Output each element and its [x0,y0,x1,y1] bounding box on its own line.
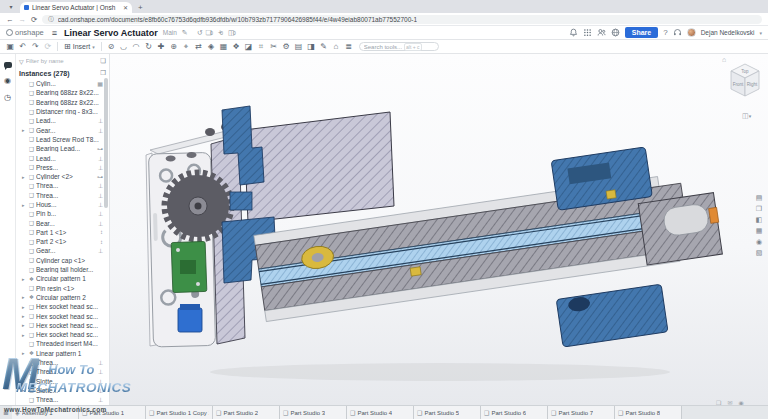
element-tab[interactable]: ❑ Part Studio 2 [213,406,280,419]
history-panel-icon[interactable]: ◷ [4,94,11,102]
mate-icon[interactable]: ⊘ [105,41,118,53]
appearance-icon[interactable]: ◨ [305,41,318,53]
fastened-mate-icon[interactable]: ✚ [155,41,168,53]
expand-caret-icon[interactable]: ▸ [22,294,27,300]
end-clamp-bottom[interactable] [556,284,668,347]
tab-close-icon[interactable]: ✕ [123,4,128,11]
filter-by-name-input[interactable]: Filter by name [26,58,99,64]
tree-item[interactable]: ▸ ❑ Hex socket head sc... [16,330,109,339]
tree-item[interactable]: ❑ Bearing tail holder... [16,265,109,274]
user-avatar[interactable] [687,28,696,37]
group-icon[interactable]: ◈ [205,41,218,53]
element-tab[interactable]: ❑ Part Studio 6 [481,406,548,419]
bom-table-icon[interactable]: ▤ [292,41,305,53]
pcb-board[interactable] [171,241,207,292]
expand-caret-icon[interactable]: ▸ [22,313,27,319]
tree-item[interactable]: ❑ Press... ⊥ [16,163,109,172]
slider-mate-icon[interactable]: ⇄ [192,41,205,53]
tables-panel-icon[interactable]: ▦ [756,227,763,234]
workspace-name[interactable]: Main [163,29,177,36]
element-tab[interactable]: ❑ Part Studio 7 [548,406,615,419]
tree-item[interactable]: ❑ Distancer ring - 8x3... [16,107,109,116]
connector-block[interactable] [178,308,202,332]
linear-pattern-icon[interactable]: ▦ [217,41,230,53]
versions-icon[interactable]: ❏ 0 [206,29,213,37]
element-tab[interactable]: ❑ Part Studio 4 [347,406,414,419]
tree-item[interactable]: ❑ Bearing Lead... ⊶ [16,144,109,153]
nut-yellow[interactable] [410,267,421,276]
update-icon[interactable]: ⟳ [42,41,55,53]
rename-icon[interactable]: ✎ [182,29,188,37]
element-tab[interactable]: ❑ Part Studio 3 [280,406,347,419]
tree-item[interactable]: ▸ ❑ Hex socket head sc... [16,302,109,311]
spacer-block-section[interactable] [230,192,252,210]
filter-icon[interactable]: ▽ [19,58,24,65]
instances-header[interactable]: Instances (278) ❐ [16,67,109,79]
view-options-button[interactable]: ◫▾ [742,112,751,120]
named-views-panel-icon[interactable]: ❐ [756,205,762,212]
expand-caret-icon[interactable]: ▸ [22,202,27,208]
properties-panel-icon[interactable]: ▧ [756,249,763,256]
tree-item[interactable]: ❑ Part 2 <1> ↕ [16,237,109,246]
undo-icon[interactable]: ↶ [17,41,30,53]
new-tab-button[interactable]: + [138,3,143,12]
planar-mate-icon[interactable]: ◠ [130,41,143,53]
mirror-icon[interactable]: ◪ [242,41,255,53]
view-cube[interactable]: Top Front Right [726,60,764,100]
tree-scrollbar[interactable] [104,78,108,208]
expand-caret-icon[interactable]: ▸ [22,127,27,133]
tree-item[interactable]: ❑ Gear... ⊥ [16,246,109,255]
back-icon[interactable]: ← [6,15,14,24]
record-panel-icon[interactable]: ◉ [756,238,762,245]
onshape-logo[interactable]: onshape [6,28,44,37]
circular-pattern-icon[interactable]: ❖ [230,41,243,53]
tree-item[interactable]: ❑ Lead... ⊥ [16,116,109,125]
tree-item[interactable]: ▸ ❑ Cylinder <2> ⊶ [16,172,109,181]
follow-mode-icon[interactable]: ◉ [4,77,11,85]
support-headset-icon[interactable] [673,28,682,37]
mate-connector-icon[interactable]: ⌖ [180,41,193,53]
tree-item[interactable]: ▸ ❖ Circular pattern 2 [16,293,109,302]
app-grid-icon[interactable] [583,28,592,37]
expand-caret-icon[interactable]: ▸ [22,276,27,282]
tree-item[interactable]: ❑ Bear... ⊥ [16,218,109,227]
appearance-panel-icon[interactable]: ◧ [756,216,763,223]
url-field[interactable]: ⓘ cad.onshape.com/documents/e8fb60c76753… [42,15,762,24]
select-icon[interactable]: ▣ [4,41,17,53]
tree-item[interactable]: ❑ Bearing 688zz 8x22... [16,98,109,107]
expand-caret-icon[interactable]: ▸ [22,304,27,310]
tree-item[interactable]: ❑ Lead... ⊥ [16,153,109,162]
ball-mate-icon[interactable]: ⊕ [167,41,180,53]
collapse-panel-icon[interactable]: ❏ [100,57,106,65]
expand-caret-icon[interactable]: ▸ [22,322,27,328]
browser-tab[interactable]: Linear Servo Actuator | Onsh ✕ [20,2,132,13]
tree-item[interactable]: ❑ Lead Screw Rod T8... [16,135,109,144]
configuration-icon[interactable]: ⚙ [280,41,293,53]
comments-icon[interactable] [4,62,12,68]
shaft-cap[interactable] [205,128,215,136]
help-icon[interactable]: ? [663,28,667,37]
user-menu-caret-icon[interactable]: ▾ [759,30,762,36]
redo-icon[interactable]: ↷ [29,41,42,53]
tree-item[interactable]: ▸ ❑ Gear... ⊥ [16,125,109,134]
insert-button[interactable]: ⊞ Insert ▾ [61,42,98,51]
tree-item[interactable]: ▸ ❖ Circular pattern 1 [16,274,109,283]
actuator-model[interactable] [110,54,768,405]
explode-icon[interactable]: ⌗ [255,41,268,53]
tree-item[interactable]: ❑ Threaded insert M4... [16,339,109,348]
share-button[interactable]: Share [625,27,658,38]
main-menu-icon[interactable]: ≡ [52,28,57,38]
search-tools-input[interactable]: Search tools... alt + c [359,42,439,51]
end-shaft-section[interactable] [638,193,723,265]
reload-icon[interactable]: ⟳ [31,15,37,24]
history-icon[interactable]: ↺ [197,29,201,37]
tree-item[interactable]: ▸ ❑ Hous... ⊥ [16,200,109,209]
expand-caret-icon[interactable]: ▸ [22,174,27,180]
tree-item[interactable]: ❑ Bearing 688zz 8x22... [16,88,109,97]
expand-caret-icon[interactable]: ▸ [22,332,27,338]
tree-item[interactable]: ❑ Cylinder cap <1> [16,256,109,265]
branch-icon[interactable]: ◫ 0 [228,29,236,37]
notifications-bell-icon[interactable] [569,28,578,37]
cylindrical-mate-icon[interactable]: ↻ [142,41,155,53]
tab-search-caret-icon[interactable]: ▾ [5,2,17,12]
